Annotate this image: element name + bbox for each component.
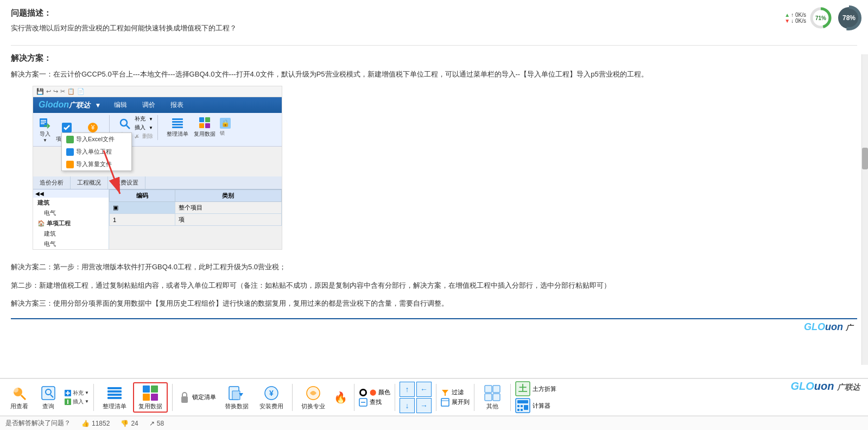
problem-title: 问题描述： xyxy=(11,8,857,18)
collapse-btn[interactable]: ◀◀ xyxy=(33,189,109,198)
glodon-header: Glodon广联达 ▼ 编辑 调价 报表 xyxy=(33,97,282,113)
share-icon: ↗ xyxy=(149,420,155,427)
install-fee-btn[interactable]: ¥ 安装费用 xyxy=(255,383,288,412)
find-btn[interactable]: 查找 xyxy=(359,398,390,407)
reuse-bottom-btn[interactable]: 复用数据 xyxy=(133,382,168,413)
insert-arrow: ▼ xyxy=(85,399,89,404)
insert-bottom-icon xyxy=(64,398,72,406)
solution2-line2: 第二步：新建增值税工程，通过复制粘贴组内容，或者导入单位工程即可（备注：如粘贴不… xyxy=(11,279,857,292)
svg-point-14 xyxy=(121,119,127,126)
search-view-btn[interactable]: 用查看 xyxy=(5,383,33,412)
arrows-group: ↑ ↓ ← → xyxy=(400,382,432,413)
thumbdown-icon: 👎 xyxy=(121,420,129,427)
filter-expand-group: 过滤 展开到 xyxy=(441,388,470,407)
left-tree: ◀◀ 建筑 电气 🏠 单项工程 建筑 xyxy=(33,189,109,249)
svg-rect-58 xyxy=(493,394,500,401)
color-circle-icon: ⬤ xyxy=(370,389,376,396)
calculator-btn[interactable]: 计算器 xyxy=(515,398,556,413)
switch-pro-btn[interactable]: 切换专业 xyxy=(297,383,330,412)
left-arrow-btn[interactable]: ← xyxy=(416,382,432,397)
right-arrow-btn[interactable]: → xyxy=(416,398,432,413)
replace-data-btn[interactable]: 替换数据 xyxy=(220,383,253,412)
extra-icons: 🔒 锁 xyxy=(220,118,231,137)
scrollbar[interactable] xyxy=(861,54,868,365)
split-layout: ◀◀ 建筑 电气 🏠 单项工程 建筑 xyxy=(33,189,282,249)
save-icon: 💾 xyxy=(36,88,44,95)
svg-rect-55 xyxy=(485,385,492,393)
filter-icon xyxy=(441,388,449,397)
problem-section: 问题描述： 实行营改增以后对应的营业税的工程如何能快速转换成增值税下的工程？ xyxy=(11,8,857,34)
bottom-toolbar-inner: GLOuon 广联达 用查看 查询 补充 ▼ 插入 xyxy=(0,379,868,416)
lock-icon: 🔒 xyxy=(220,118,231,129)
divider-4 xyxy=(354,384,354,411)
table-row-2: 1 项 xyxy=(110,214,282,226)
expand-btn[interactable]: 展开到 xyxy=(441,398,470,407)
down-arrow-btn[interactable]: ↓ xyxy=(400,398,415,413)
thumbup-item[interactable]: 👍 11852 xyxy=(81,420,110,427)
svg-rect-20 xyxy=(199,117,204,122)
organize-bottom-btn[interactable]: 整理清单 xyxy=(98,383,131,412)
svg-rect-16 xyxy=(172,118,183,120)
import-btn[interactable]: 导入 ▼ xyxy=(37,115,53,144)
query-bottom-btn[interactable]: 查询 xyxy=(35,383,62,412)
glodon-logo: Glodon广联达 ▼ xyxy=(39,100,101,110)
insert-bottom-btn[interactable]: 插入 ▼ xyxy=(64,398,89,406)
tabs-row: 造价分析 工程概况 取费设置 xyxy=(33,176,282,189)
menu-adjust[interactable]: 调价 xyxy=(140,99,157,111)
import-excel-item[interactable]: 导入Excel文件 xyxy=(62,133,131,146)
share-item[interactable]: ↗ 58 xyxy=(149,420,164,427)
menu-edit[interactable]: 编辑 xyxy=(112,99,129,111)
divider-3 xyxy=(292,384,293,411)
copy-icon: 📋 xyxy=(67,88,75,95)
import-unit-project-item[interactable]: 导入单位工程 xyxy=(62,146,131,158)
scrollbar-thumb[interactable] xyxy=(862,148,868,169)
svg-rect-39 xyxy=(107,397,122,399)
divider-2 xyxy=(172,384,173,411)
solution2-line1: 解决方案二：第一步：用营改增版本软件打开GBQ4.0工程，此时工程升级为5.0营… xyxy=(11,261,857,273)
fire-icon[interactable]: 🔥 xyxy=(332,390,350,405)
reuse-btn[interactable]: 复用数据 xyxy=(193,115,217,139)
import-icon xyxy=(39,116,52,129)
svg-rect-9 xyxy=(41,123,45,124)
collapse-cell[interactable]: ▣ xyxy=(113,204,118,211)
svg-rect-57 xyxy=(485,394,492,401)
up-down-arrows: ↑ ↓ xyxy=(400,382,415,413)
query-icon xyxy=(118,117,131,130)
svg-rect-37 xyxy=(107,390,122,393)
measure-icon xyxy=(66,161,74,168)
expand-icon xyxy=(441,398,449,407)
menu-items: 编辑 调价 报表 xyxy=(112,99,186,111)
solution1-text: 解决方案一：在云计价GCCP5.0平台上---本地文件---选择GBQ4.0文件… xyxy=(11,68,857,80)
tree-single-jianzu: 建筑 xyxy=(33,229,109,239)
import-measure-item[interactable]: 导入算量文件 xyxy=(62,158,131,170)
filter-btn[interactable]: 过滤 xyxy=(441,388,470,397)
tree-item-single-project: 🏠 单项工程 xyxy=(33,218,109,229)
tree-item-jianzu: 建筑 xyxy=(33,198,109,208)
menu-report[interactable]: 报表 xyxy=(168,99,186,111)
unit-project-icon xyxy=(66,148,74,156)
up-arrow-btn[interactable]: ↑ xyxy=(400,382,415,397)
svg-rect-56 xyxy=(493,385,500,393)
svg-rect-18 xyxy=(172,124,183,125)
cpu-gauge-78: 78% xyxy=(835,4,863,31)
other-icon xyxy=(484,384,501,402)
speed-down: ▼ ↓ 0K/s xyxy=(784,18,806,24)
organize-bottom-icon xyxy=(106,384,123,402)
problem-text: 实行营改增以后对应的营业税的工程如何能快速转换成增值税下的工程？ xyxy=(11,23,857,34)
color-btn[interactable]: ⬤ 颜色 xyxy=(359,388,390,397)
supplement-arrow: ▼ xyxy=(85,390,89,395)
other-btn[interactable]: 其他 xyxy=(479,383,506,412)
tab-fee-setting[interactable]: 取费设置 xyxy=(108,176,145,189)
supplement-bottom-btn[interactable]: 补充 ▼ xyxy=(64,389,89,397)
delete-row: ✗ 删除 xyxy=(135,132,153,140)
land-calc-btn[interactable]: 土 土方折算 xyxy=(515,381,556,396)
reuse-icon xyxy=(198,116,211,129)
switch-pro-icon xyxy=(305,384,322,402)
thumbdown-item[interactable]: 👎 24 xyxy=(121,420,138,427)
organize-btn[interactable]: 整理清单 xyxy=(166,115,189,139)
svg-rect-7 xyxy=(41,120,46,121)
tree-item-dianqi: 电气 xyxy=(33,208,109,218)
tab-project-overview[interactable]: 工程概况 xyxy=(71,176,108,189)
tab-cost-analysis[interactable]: 造价分析 xyxy=(33,176,71,189)
svg-rect-63 xyxy=(517,405,519,407)
